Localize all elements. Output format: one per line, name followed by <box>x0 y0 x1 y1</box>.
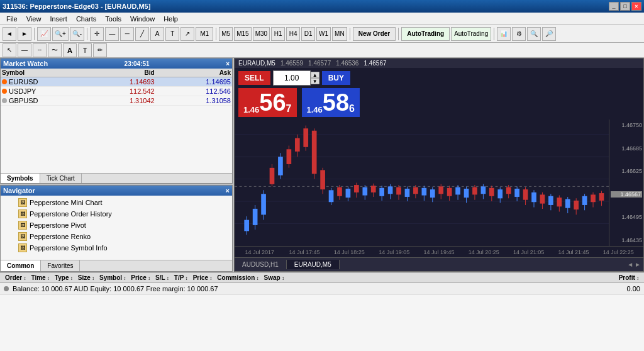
nav-tab-common[interactable]: Common <box>1 260 41 271</box>
menu-insert[interactable]: Insert <box>46 14 71 24</box>
menu-help[interactable]: Help <box>160 14 182 24</box>
indicators-button[interactable]: 📊 <box>497 27 511 41</box>
d1-button[interactable]: D1 <box>301 27 315 41</box>
menu-window[interactable]: Window <box>126 14 158 24</box>
search-button[interactable]: 🔎 <box>542 27 556 41</box>
col-sym[interactable]: Symbol <box>97 274 128 282</box>
m5-button[interactable]: M5 <box>219 27 233 41</box>
menu-view[interactable]: View <box>23 14 45 24</box>
zoomin2-button[interactable]: 🔍 <box>527 27 541 41</box>
svg-rect-23 <box>312 131 317 174</box>
chart-tab-arrows: ◄ ► <box>627 261 643 268</box>
text4-button[interactable]: T <box>78 43 92 57</box>
navigator-close[interactable]: × <box>226 187 230 194</box>
lot-up-arrow[interactable]: ▲ <box>311 72 319 78</box>
col-price2[interactable]: Price <box>191 274 215 282</box>
col-profit[interactable]: Profit <box>616 274 641 282</box>
col-type[interactable]: Type <box>52 274 75 282</box>
svg-rect-59 <box>464 189 469 198</box>
text-button[interactable]: A <box>150 27 164 41</box>
nav-tabs: Common Favorites <box>1 260 232 271</box>
crosshair-button[interactable]: ✛ <box>90 27 104 41</box>
col-time[interactable]: Time <box>28 274 52 282</box>
back-button[interactable]: ◄ <box>3 27 16 41</box>
trend-button[interactable]: ╱ <box>135 27 149 41</box>
arrow2-button[interactable]: ↖ <box>3 43 16 57</box>
nav-item-1[interactable]: 🖼 Pepperstone Mini Chart <box>1 197 232 208</box>
mw-row-gbpusd[interactable]: GBPUSD 1.31042 1.31058 <box>1 96 232 106</box>
toolbar-1: ◄ ► 📈 🔍+ 🔍- ✛ — ─ ╱ A T ↗ M1 M5 M15 M30 … <box>0 25 644 43</box>
chart-tab-prev[interactable]: ◄ <box>627 261 633 268</box>
col-tp[interactable]: T/P <box>172 274 191 282</box>
svg-rect-9 <box>253 209 258 225</box>
chart-main: 1.46750 1.46685 1.46625 1.46567 1.46495 … <box>235 120 643 246</box>
minimize-button[interactable]: _ <box>609 2 619 11</box>
mw-row-eurusd[interactable]: EURUSD 1.14693 1.14695 <box>1 77 232 87</box>
h4-button[interactable]: H4 <box>286 27 300 41</box>
menu-charts[interactable]: Charts <box>72 14 100 24</box>
zoom-out-button[interactable]: 🔍- <box>70 27 84 41</box>
mw-row-usdjpy[interactable]: USDJPY 112.542 112.546 <box>1 87 232 96</box>
svg-rect-39 <box>379 188 384 196</box>
close-button[interactable]: × <box>631 2 641 11</box>
sep3 <box>216 28 216 40</box>
sell-button[interactable]: SELL <box>238 71 270 85</box>
col-swap[interactable]: Swap <box>262 274 287 282</box>
eurusd-symbol: EURUSD <box>9 78 38 86</box>
autotrading-label-btn[interactable]: AutoTrading <box>451 27 491 41</box>
line-button[interactable]: — <box>105 27 119 41</box>
nav-tab-favorites[interactable]: Favorites <box>41 260 80 271</box>
line2-button[interactable]: — <box>18 43 31 57</box>
hline-button[interactable]: ─ <box>120 27 134 41</box>
nav-item-4[interactable]: 🖼 Pepperstone Renko <box>1 231 232 242</box>
arrow-button[interactable]: ↗ <box>180 27 194 41</box>
m15-button[interactable]: M15 <box>234 27 251 41</box>
new-chart-button[interactable]: 📈 <box>37 27 51 41</box>
market-watch-close[interactable]: × <box>226 60 230 67</box>
nav-item-2[interactable]: 🖼 Pepperstone Order History <box>1 208 232 220</box>
col-ask: Ask <box>155 69 231 76</box>
text3-button[interactable]: A <box>63 43 77 57</box>
period-select[interactable]: M1 <box>196 27 213 41</box>
gbpusd-symbol: GBPUSD <box>9 97 38 104</box>
usdjpy-bid: 112.542 <box>78 87 154 95</box>
svg-rect-91 <box>599 193 604 201</box>
m30-button[interactable]: M30 <box>253 27 270 41</box>
mw-tab-tickchart[interactable]: Tick Chart <box>40 174 82 183</box>
w1-button[interactable]: W1 <box>316 27 331 41</box>
chart-tab-audusd[interactable]: AUDUSD,H1 <box>235 260 287 269</box>
wave-button[interactable]: 〜 <box>48 43 62 57</box>
buy-button[interactable]: BUY <box>322 71 350 85</box>
menu-bar: File View Insert Charts Tools Window Hel… <box>0 13 644 25</box>
new-order-button[interactable]: New Order <box>353 27 396 41</box>
candlechart[interactable] <box>235 120 609 246</box>
dash-button[interactable]: ╌ <box>33 43 47 57</box>
h1-button[interactable]: H1 <box>271 27 285 41</box>
nav-list: 🖼 Pepperstone Mini Chart 🖼 Pepperstone O… <box>1 196 232 260</box>
chart-tab-next[interactable]: ► <box>635 261 641 268</box>
pen-button[interactable]: ✏ <box>93 43 107 57</box>
lot-down-arrow[interactable]: ▼ <box>311 78 319 84</box>
menu-tools[interactable]: Tools <box>101 14 125 24</box>
col-commission[interactable]: Commission <box>214 274 261 282</box>
maximize-button[interactable]: □ <box>620 2 630 11</box>
menu-file[interactable]: File <box>3 14 21 24</box>
autotrading-button[interactable]: AutoTrading <box>401 27 450 41</box>
chart-tab-euraud[interactable]: EURAUD,M5 <box>287 260 340 269</box>
zoom-in-button[interactable]: 🔍+ <box>52 27 69 41</box>
mn-button[interactable]: MN <box>332 27 347 41</box>
mw-tab-symbols[interactable]: Symbols <box>1 174 40 183</box>
lot-input[interactable] <box>273 70 311 86</box>
col-size[interactable]: Size <box>75 274 97 282</box>
nav-item-3[interactable]: 🖼 Pepperstone Pivot <box>1 220 232 231</box>
col-price[interactable]: Price <box>128 274 153 282</box>
nav-label-3: Pepperstone Pivot <box>30 221 86 229</box>
col-sl[interactable]: S/L <box>153 274 172 282</box>
price-level-3: 1.46625 <box>611 168 642 174</box>
col-order[interactable]: Order <box>3 274 28 282</box>
svg-rect-21 <box>303 128 308 147</box>
settings-button[interactable]: ⚙ <box>512 27 526 41</box>
text2-button[interactable]: T <box>165 27 179 41</box>
nav-item-5[interactable]: 🖼 Pepperstone Symbol Info <box>1 242 232 254</box>
forward-button[interactable]: ► <box>18 27 31 41</box>
